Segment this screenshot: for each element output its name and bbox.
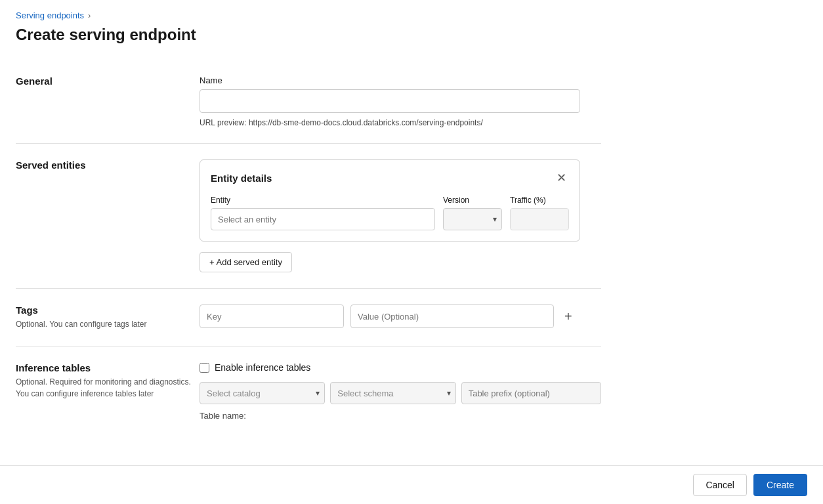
served-entities-section-content: Entity details ✕ Entity Version — [200, 159, 601, 272]
inference-tables-section-content: Enable inference tables Select catalog S… — [200, 362, 601, 421]
breadcrumb-link[interactable]: Serving endpoints — [16, 10, 84, 20]
served-entities-section-label: Served entities — [16, 159, 200, 272]
tag-value-input[interactable] — [350, 304, 554, 328]
inference-tables-section: Inference tables Optional. Required for … — [16, 346, 601, 473]
add-served-entity-button[interactable]: + Add served entity — [200, 252, 292, 272]
tags-description: Optional. You can configure tags later — [16, 318, 200, 330]
add-tag-button[interactable]: + — [560, 308, 576, 324]
page-footer: Cancel Create — [0, 465, 823, 504]
tags-title: Tags — [16, 304, 200, 316]
table-prefix-input[interactable] — [461, 382, 601, 404]
breadcrumb: Serving endpoints › — [16, 10, 601, 20]
tag-key-input[interactable] — [200, 304, 344, 328]
tags-inputs: + — [200, 304, 601, 328]
cancel-button[interactable]: Cancel — [693, 474, 747, 496]
table-name-label: Table name: — [200, 411, 246, 421]
create-button[interactable]: Create — [753, 474, 807, 496]
catalog-select[interactable]: Select catalog — [200, 382, 325, 404]
traffic-field: Traffic (%) 100 — [510, 196, 569, 230]
inference-tables-section-label: Inference tables Optional. Required for … — [16, 362, 200, 421]
version-select[interactable] — [443, 208, 502, 230]
inference-tables-title: Inference tables — [16, 362, 200, 373]
general-section-content: Name URL preview: https://db-sme-demo-do… — [200, 75, 601, 127]
enable-inference-checkbox[interactable] — [200, 363, 209, 373]
entity-card-title: Entity details — [211, 173, 272, 184]
tags-section: Tags Optional. You can configure tags la… — [16, 289, 601, 346]
version-label: Version — [443, 196, 502, 205]
served-entities-section: Served entities Entity details ✕ Entity … — [16, 144, 601, 289]
table-name-row: Table name: — [200, 411, 601, 421]
entity-card-header: Entity details ✕ — [211, 171, 569, 185]
tags-section-label: Tags Optional. You can configure tags la… — [16, 304, 200, 330]
version-field: Version — [443, 196, 502, 230]
schema-select[interactable]: Select schema — [330, 382, 455, 404]
enable-inference-label[interactable]: Enable inference tables — [215, 362, 310, 373]
entity-field: Entity — [211, 196, 435, 230]
entity-row: Entity Version Traffic (%) 100 — [211, 196, 569, 230]
traffic-input[interactable]: 100 — [510, 208, 569, 230]
enable-inference-checkbox-row: Enable inference tables — [200, 362, 601, 373]
served-entities-title: Served entities — [16, 159, 200, 171]
entity-card: Entity details ✕ Entity Version — [200, 159, 580, 242]
name-input[interactable] — [200, 89, 580, 113]
entity-label: Entity — [211, 196, 435, 205]
inference-tables-description: Optional. Required for monitoring and di… — [16, 376, 200, 400]
close-entity-card-button[interactable]: ✕ — [554, 171, 569, 185]
breadcrumb-sep: › — [88, 10, 91, 20]
page-title: Create serving endpoint — [16, 26, 601, 44]
url-preview: URL preview: https://db-sme-demo-docs.cl… — [200, 118, 601, 127]
general-title: General — [16, 75, 200, 87]
schema-select-wrapper: Select schema — [330, 382, 455, 404]
inference-selects-row: Select catalog Select schema — [200, 382, 601, 404]
tags-section-content: + — [200, 304, 601, 330]
version-select-wrapper — [443, 208, 502, 230]
name-label: Name — [200, 75, 601, 85]
catalog-select-wrapper: Select catalog — [200, 382, 325, 404]
general-section-label: General — [16, 75, 200, 127]
traffic-label: Traffic (%) — [510, 196, 569, 205]
entity-select-input[interactable] — [211, 208, 435, 230]
general-section: General Name URL preview: https://db-sme… — [16, 60, 601, 144]
